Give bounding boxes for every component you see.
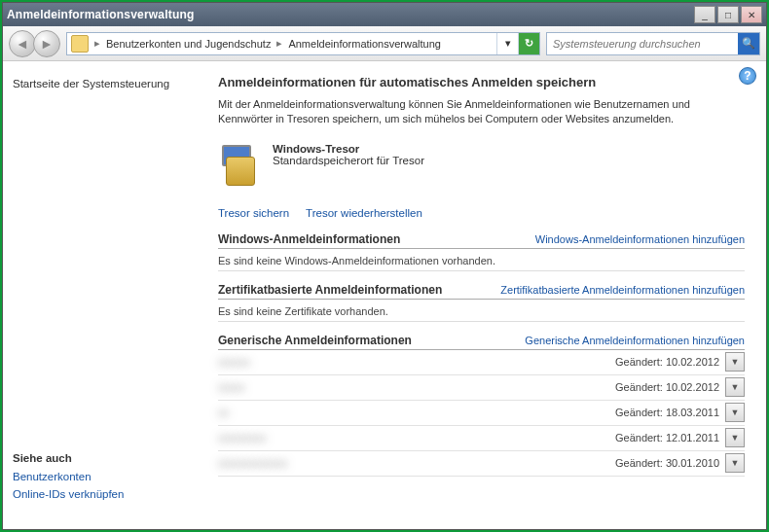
content-area: ? Startseite der Systemsteuerung Siehe a… [3, 61, 766, 529]
windows-credentials-section: Windows-Anmeldeinformationen Windows-Anm… [218, 231, 745, 271]
expand-button[interactable]: ▼ [725, 377, 745, 397]
folder-icon [71, 35, 89, 53]
credential-site: xxxxxx [218, 356, 615, 368]
vault-title: Windows-Tresor [273, 143, 424, 155]
certificate-credentials-section: Zertifikatbasierte Anmeldeinformationen … [218, 281, 745, 322]
vault-block[interactable]: Windows-Tresor Standardspeicherort für T… [218, 143, 745, 188]
credential-site: xx [218, 407, 615, 418]
restore-vault-link[interactable]: Tresor wiederherstellen [306, 207, 422, 219]
sidebar-link-online-ids[interactable]: Online-IDs verknüpfen [13, 485, 193, 503]
credential-row[interactable]: xxxxxGeändert: 10.02.2012▼ [218, 375, 745, 401]
vault-actions: Tresor sichern Tresor wiederherstellen [218, 207, 745, 219]
credential-date: Geändert: 30.01.2010 [615, 457, 719, 469]
close-button[interactable]: ✕ [741, 6, 762, 23]
add-generic-credential-link[interactable]: Generische Anmeldeinformationen hinzufüg… [525, 335, 745, 346]
expand-button[interactable]: ▼ [725, 352, 745, 372]
generic-credentials-section: Generische Anmeldeinformationen Generisc… [218, 332, 745, 477]
window-title: Anmeldeinformationsverwaltung [7, 8, 692, 21]
page-description: Mit der Anmeldeinformationsverwaltung kö… [218, 97, 745, 127]
credential-site: xxxxxxxxx [218, 432, 615, 443]
vault-subtitle: Standardspeicherort für Tresor [273, 155, 424, 168]
forward-button[interactable]: ► [33, 30, 60, 57]
address-dropdown-button[interactable]: ▾ [496, 33, 518, 54]
expand-button[interactable]: ▼ [725, 403, 745, 422]
add-windows-credential-link[interactable]: Windows-Anmeldeinformationen hinzufügen [535, 233, 745, 245]
search-box[interactable]: 🔍 [546, 32, 760, 55]
breadcrumb-2[interactable]: Anmeldeinformationsverwaltung [284, 38, 445, 50]
chevron-icon[interactable]: ▸ [275, 37, 284, 50]
vault-icon [218, 143, 263, 188]
nav-toolbar: ◄ ► ▸ Benutzerkonten und Jugendschutz ▸ … [3, 26, 766, 61]
help-icon[interactable]: ? [739, 67, 756, 85]
see-also-heading: Siehe auch [13, 452, 193, 464]
control-panel-home-link[interactable]: Startseite der Systemsteuerung [13, 75, 193, 92]
credential-site: xxxxxxxxxxxxx [218, 457, 615, 469]
page-title: Anmeldeinformationen für automatisches A… [218, 75, 745, 89]
credential-site: xxxxx [218, 381, 615, 393]
backup-vault-link[interactable]: Tresor sichern [218, 207, 289, 219]
sidebar-link-accounts[interactable]: Benutzerkonten [13, 468, 193, 485]
window-frame: Anmeldeinformationsverwaltung _ □ ✕ ◄ ► … [2, 2, 767, 530]
address-bar[interactable]: ▸ Benutzerkonten und Jugendschutz ▸ Anme… [66, 32, 540, 55]
credential-date: Geändert: 10.02.2012 [615, 356, 719, 368]
credential-row[interactable]: xxxxxxGeändert: 10.02.2012▼ [218, 350, 745, 375]
section-empty-text: Es sind keine Zertifikate vorhanden. [218, 300, 745, 322]
expand-button[interactable]: ▼ [725, 428, 745, 447]
section-title: Zertifikatbasierte Anmeldeinformationen [218, 283, 442, 297]
back-button[interactable]: ◄ [9, 30, 36, 57]
add-certificate-credential-link[interactable]: Zertifikatbasierte Anmeldeinformationen … [500, 284, 745, 296]
section-title: Generische Anmeldeinformationen [218, 334, 412, 347]
titlebar[interactable]: Anmeldeinformationsverwaltung _ □ ✕ [3, 3, 766, 26]
credential-date: Geändert: 12.01.2011 [615, 432, 719, 443]
breadcrumb-1[interactable]: Benutzerkonten und Jugendschutz [102, 38, 275, 50]
credential-date: Geändert: 18.03.2011 [615, 407, 719, 418]
credential-date: Geändert: 10.02.2012 [615, 381, 719, 393]
maximize-button[interactable]: □ [717, 6, 739, 23]
credential-row[interactable]: xxxxxxxxxGeändert: 12.01.2011▼ [218, 426, 745, 451]
credential-row[interactable]: xxGeändert: 18.03.2011▼ [218, 401, 745, 426]
credential-row[interactable]: xxxxxxxxxxxxxGeändert: 30.01.2010▼ [218, 451, 745, 477]
section-title: Windows-Anmeldeinformationen [218, 232, 400, 246]
search-input[interactable] [547, 38, 738, 50]
sidebar: Startseite der Systemsteuerung Siehe auc… [3, 61, 202, 529]
section-empty-text: Es sind keine Windows-Anmeldeinformation… [218, 249, 745, 271]
minimize-button[interactable]: _ [694, 6, 715, 23]
main-pane: Anmeldeinformationen für automatisches A… [202, 61, 766, 529]
refresh-button[interactable]: ↻ [518, 33, 539, 54]
search-icon[interactable]: 🔍 [738, 33, 759, 54]
chevron-icon[interactable]: ▸ [92, 37, 102, 50]
expand-button[interactable]: ▼ [725, 453, 745, 473]
